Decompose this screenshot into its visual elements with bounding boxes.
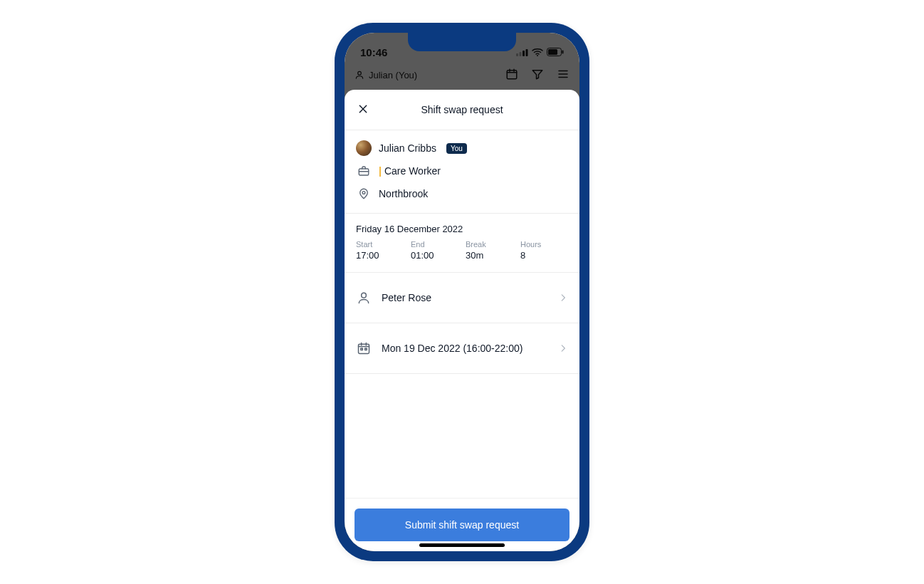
requester-name: Julian Cribbs [379,142,436,154]
close-button[interactable] [355,101,372,118]
break-value: 30m [466,250,513,261]
phone-screen: 10:46 [345,33,579,551]
hours-value: 8 [520,250,568,261]
break-label: Break [466,240,513,249]
swap-with-name: Peter Rose [382,292,431,303]
start-value: 17:00 [356,250,404,261]
notch [408,33,516,51]
shift-date: Friday 16 December 2022 [356,224,568,234]
requester-location: Northbrook [379,188,428,199]
end-label: End [411,240,458,249]
person-icon [356,290,372,306]
requester-location-row: Northbrook [356,186,568,202]
svg-rect-14 [361,348,363,350]
shift-time-grid: Start 17:00 End 01:00 Break 30m [356,240,568,261]
close-icon [357,103,369,117]
svg-rect-13 [359,344,369,353]
start-label: Start [356,240,404,249]
sheet-header: Shift swap request [345,90,579,130]
you-badge: You [446,143,467,154]
phone-frame: 10:46 [335,23,589,561]
location-pin-icon [356,186,372,202]
shift-details-section: Friday 16 December 2022 Start 17:00 End … [345,214,579,273]
home-indicator [419,543,505,547]
requester-role: |Care Worker [379,165,441,177]
swap-with-row[interactable]: Peter Rose [345,273,579,323]
svg-rect-15 [365,348,367,350]
chevron-right-icon [558,293,568,303]
calendar-icon [356,340,372,356]
avatar [356,140,372,156]
requester-name-row: Julian Cribbs You [356,140,568,156]
svg-point-12 [362,293,367,298]
submit-button[interactable]: Submit shift swap request [355,509,569,541]
chevron-right-icon [558,343,568,353]
end-value: 01:00 [411,250,458,261]
requester-role-row: |Care Worker [356,163,568,179]
swap-shift-label: Mon 19 Dec 2022 (16:00-22:00) [382,343,523,354]
svg-rect-10 [359,169,369,175]
sheet-body: Julian Cribbs You |Care Worker [345,130,579,498]
briefcase-icon [356,163,372,179]
requester-section: Julian Cribbs You |Care Worker [345,130,579,214]
swap-shift-row[interactable]: Mon 19 Dec 2022 (16:00-22:00) [345,323,579,374]
hours-label: Hours [520,240,568,249]
shift-swap-sheet: Shift swap request Julian Cribbs You [345,90,579,551]
sheet-title: Shift swap request [421,104,503,115]
svg-point-11 [362,192,365,194]
